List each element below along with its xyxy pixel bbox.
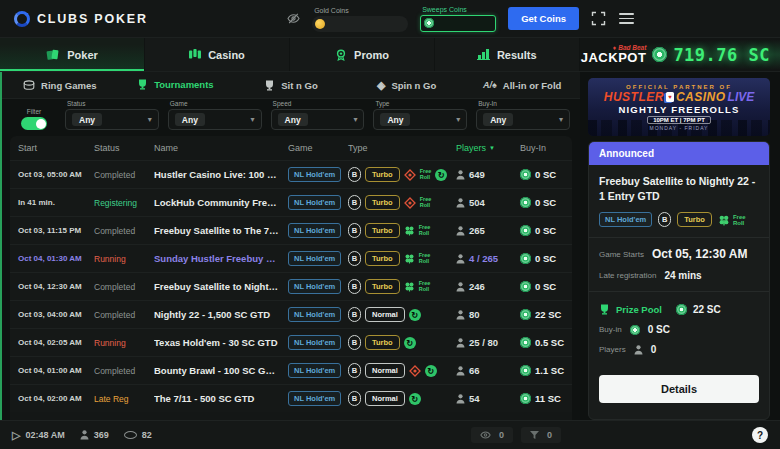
subtab-all-in-or-fold[interactable]: A/♠ All-in or Fold [464, 72, 580, 98]
hide-balance-eye-slash-icon[interactable] [287, 13, 300, 24]
game-dropdown[interactable]: Any ▾ [168, 109, 262, 130]
row-game: NL Hold'em [288, 279, 348, 294]
subtab-ring-games[interactable]: Ring Games [2, 72, 118, 98]
row-type: B Normal ↻ [348, 391, 456, 406]
bounty-chip-icon: B [348, 391, 361, 406]
table-row[interactable]: In 41 min. Registering LockHub Community… [10, 188, 572, 216]
row-game: NL Hold'em [288, 167, 348, 182]
menu-hamburger-icon[interactable] [619, 13, 634, 24]
tab-results[interactable]: Results [435, 38, 580, 71]
person-icon [456, 366, 465, 376]
filtered-counter[interactable]: 0 [521, 427, 561, 443]
row-status: Completed [94, 366, 154, 376]
tab-label: Promo [354, 49, 389, 61]
buyin-dropdown[interactable]: Any ▾ [476, 109, 570, 130]
promo-badge-icon [335, 49, 347, 61]
observing-count: 0 [499, 430, 504, 440]
filter-toggle[interactable] [21, 117, 47, 130]
sweeps-coin-icon [424, 18, 434, 28]
row-type: B Turbo FreeRoll ↻ [348, 223, 456, 238]
bounty-chip-icon: B [348, 279, 361, 294]
speed-badge: Turbo [365, 195, 400, 210]
speed-badge: Turbo [365, 335, 400, 350]
players-value: 0 [651, 344, 657, 355]
speed-badge: Normal [365, 391, 405, 406]
person-icon [80, 430, 89, 440]
clover-icon [404, 281, 415, 292]
table-row[interactable]: Oct 03, 04:00 AM Completed Nightly 22 - … [10, 300, 572, 328]
type-dropdown[interactable]: Any ▾ [373, 109, 467, 130]
freeroll-label: FreeRoll [419, 281, 431, 292]
tab-label: Casino [208, 49, 245, 61]
tables-item: 82 [124, 430, 152, 440]
details-button[interactable]: Details [599, 375, 759, 403]
freeroll-label: FreeRoll [419, 253, 431, 264]
table-row[interactable]: Oct 04, 01:30 AM Running Sunday Hustler … [10, 244, 572, 272]
row-game: NL Hold'em [288, 335, 348, 350]
game-starts-row: Game Starts Oct 05, 12:30 AM [599, 247, 759, 261]
jackpot-label: JACKPOT [581, 51, 647, 65]
subtab-label: Tournaments [154, 79, 213, 90]
subtab-label: Sit n Go [281, 80, 317, 91]
table-row[interactable]: Oct 04, 12:30 AM Completed Freebuy Satel… [10, 272, 572, 300]
table-row[interactable]: Oct 04, 01:00 AM Completed Bounty Brawl … [10, 356, 572, 384]
hustler-casino-live-banner[interactable]: OFFICIAL PARTNER OF HUSTLER ♥ CASINO LIV… [588, 78, 770, 136]
chevron-down-icon: ▾ [559, 115, 563, 124]
col-buyin[interactable]: Buy-In [520, 143, 572, 153]
row-buyin: 11 SC [520, 393, 572, 404]
filtered-count: 0 [547, 430, 552, 440]
col-start[interactable]: Start [18, 143, 94, 153]
row-game: NL Hold'em [288, 223, 348, 238]
person-icon [456, 254, 465, 264]
table-row[interactable]: Oct 04, 02:00 AM Late Reg The 7/11 - 500… [10, 384, 572, 412]
app-logo[interactable]: CLUBS POKER [0, 11, 148, 27]
row-name: The 7/11 - 500 SC GTD [154, 385, 288, 413]
col-players-sort[interactable]: Players▼ [456, 143, 520, 153]
gold-coins-balance[interactable] [312, 16, 408, 32]
speed-dropdown[interactable]: Any ▾ [271, 109, 365, 130]
clover-icon [404, 225, 415, 236]
help-button[interactable]: ? [752, 427, 768, 443]
clover-icon [404, 253, 415, 264]
tournaments-table: Start Status Name Game Type Players▼ Buy… [10, 136, 572, 420]
freeroll-label: FreeRoll [420, 197, 432, 208]
status-dropdown[interactable]: Any ▾ [65, 109, 159, 130]
divider [589, 291, 769, 292]
subtab-sit-n-go[interactable]: Sit n Go [233, 72, 349, 98]
tab-promo[interactable]: Promo [290, 38, 435, 71]
tab-poker[interactable]: Poker [0, 38, 145, 71]
rebuy-gem-icon [409, 365, 421, 377]
table-row[interactable]: Oct 04, 02:05 AM Running Texas Hold'em -… [10, 328, 572, 356]
observing-counter[interactable]: 0 [471, 427, 513, 443]
row-game: NL Hold'em [288, 307, 348, 322]
late-reg-value: 24 mins [664, 270, 701, 281]
tournament-badges: NL Hold'em B Turbo FreeRoll [599, 212, 759, 227]
subtab-spin-n-go[interactable]: ◈ Spin n Go [349, 72, 465, 98]
row-type: B Turbo FreeRoll ↻ [348, 167, 456, 182]
freeroll-label: FreeRoll [733, 214, 746, 226]
row-players: 66 [456, 365, 520, 376]
slots-icon [189, 49, 201, 60]
subtab-tournaments[interactable]: Tournaments [118, 72, 234, 98]
col-type[interactable]: Type [348, 143, 456, 153]
get-coins-button[interactable]: Get Coins [508, 7, 579, 30]
col-name[interactable]: Name [154, 143, 288, 153]
bounty-chip-icon: B [348, 363, 361, 378]
row-start: Oct 04, 12:30 AM [18, 282, 94, 291]
row-name: Texas Hold'em - 30 SC GTD [154, 329, 288, 357]
sweeps-coins-balance[interactable] [420, 15, 496, 32]
tab-casino[interactable]: Casino [145, 38, 290, 71]
all-in-or-fold-icon: A/♠ [483, 80, 497, 90]
col-status[interactable]: Status [94, 143, 154, 153]
row-start: Oct 04, 02:00 AM [18, 394, 94, 403]
row-players: 504 [456, 197, 520, 208]
table-row[interactable]: Oct 03, 05:00 AM Completed Hustler Casin… [10, 160, 572, 188]
speed-badge: Turbo [365, 279, 400, 294]
chevron-down-icon: ▾ [456, 115, 460, 124]
fullscreen-icon[interactable] [591, 11, 606, 26]
row-start: Oct 04, 01:30 AM [18, 254, 94, 263]
buyin-value: 0 SC [648, 324, 670, 335]
col-game[interactable]: Game [288, 143, 348, 153]
late-registration-row: Late registration 24 mins [599, 270, 759, 281]
table-row[interactable]: Oct 03, 11:15 PM Completed Freebuy Satel… [10, 216, 572, 244]
